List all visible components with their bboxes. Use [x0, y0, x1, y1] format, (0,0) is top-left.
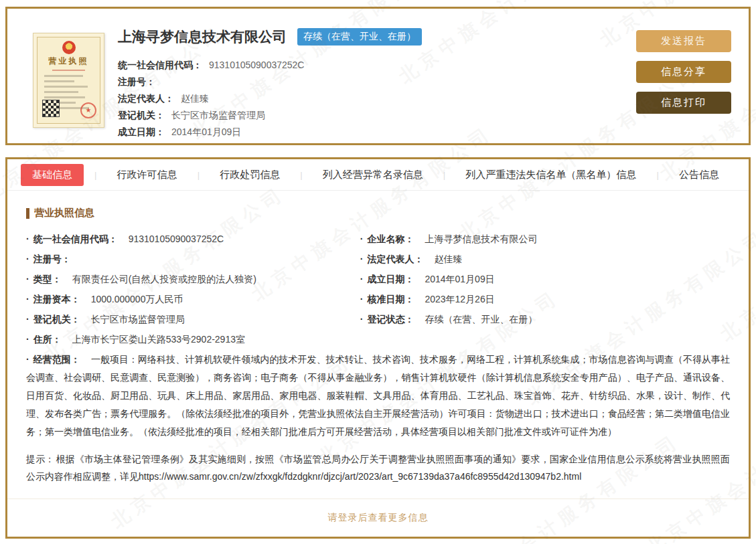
header-field-reg-authority: 登记机关：长宁区市场监督管理局 [118, 107, 422, 124]
license-red-line [52, 70, 85, 71]
card-footer: 请登录后查看更多信息 [7, 498, 749, 537]
business-license-image: ★ 营业执照 ★ [33, 33, 104, 128]
field-company-name: · 企业名称： 上海寻梦信息技术有限公司 [360, 229, 730, 249]
share-info-button[interactable]: 信息分享 [636, 61, 731, 83]
section-title-bar [26, 208, 29, 219]
detail-card: 基础信息 | 行政许可信息 | 行政处罚信息 | 列入经营异常名录信息 | 列入… [5, 157, 751, 539]
tab-announcements[interactable]: 公告信息 [670, 164, 729, 186]
tab-basic-info[interactable]: 基础信息 [21, 164, 84, 186]
field-credit-code: · 统一社会信用代码： 91310105090037252C [26, 229, 354, 249]
tab-separator: | [198, 170, 200, 180]
tab-bar: 基础信息 | 行政许可信息 | 行政处罚信息 | 列入经营异常名录信息 | 列入… [7, 159, 749, 191]
status-badge: 存续（在营、开业、在册） [297, 28, 422, 46]
company-name: 上海寻梦信息技术有限公司 [118, 27, 287, 46]
red-seal-icon: ★ [80, 102, 96, 118]
seal-star-glyph: ★ [86, 107, 92, 114]
qr-code [42, 100, 60, 117]
field-registration-status: · 登记状态： 存续（在营、开业、在册） [360, 309, 730, 329]
business-license-inner: ★ 营业执照 ★ [37, 37, 100, 124]
login-hint-link[interactable]: 请登录后查看更多信息 [328, 512, 429, 524]
tab-separator: | [443, 170, 445, 180]
company-header-card: ★ 营业执照 ★ 上海寻梦信息技术有限公司 存续（在营、开业、在册） 统一社会信… [5, 7, 751, 145]
header-field-legal-rep: 法定代表人：赵佳臻 [118, 90, 422, 107]
national-emblem-icon: ★ [62, 41, 76, 54]
tab-separator: | [656, 170, 658, 180]
tab-admin-penalty[interactable]: 行政处罚信息 [210, 164, 289, 186]
header-field-establish-date: 成立日期：2014年01月09日 [118, 124, 422, 141]
section-title-business-license: 营业执照信息 [26, 207, 730, 219]
field-business-scope: ·经营范围：一般项目：网络科技、计算机软硬件领域内的技术开发、技术转让、技术咨询… [26, 351, 730, 441]
field-company-type: · 类型： 有限责任公司(自然人投资或控股的法人独资) [26, 269, 354, 289]
field-approval-date: · 核准日期： 2023年12月26日 [360, 289, 730, 309]
tab-admin-license[interactable]: 行政许可信息 [108, 164, 187, 186]
print-info-button[interactable]: 信息打印 [636, 92, 731, 114]
field-reg-authority: · 登记机关： 长宁区市场监督管理局 [26, 309, 354, 329]
field-legal-rep: · 法定代表人： 赵佳臻 [360, 249, 730, 269]
company-summary: 上海寻梦信息技术有限公司 存续（在营、开业、在册） 统一社会信用代码：91310… [118, 27, 422, 130]
field-establish-date: · 成立日期： 2014年01月09日 [360, 269, 730, 289]
tab-separator: | [94, 170, 96, 180]
basic-info-panel: 营业执照信息 · 统一社会信用代码： 91310105090037252C · … [7, 191, 749, 485]
fields-right-column: · 企业名称： 上海寻梦信息技术有限公司 · 法定代表人： 赵佳臻 · 成立日期… [360, 229, 730, 349]
notice-text: 提示：根据《市场主体登记管理条例》及其实施细则，按照《市场监管总局办公厅关于调整… [26, 450, 730, 485]
emblem-star-glyph: ★ [66, 45, 71, 50]
license-title: 营业执照 [37, 56, 100, 67]
field-address: · 住所： 上海市长宁区娄山关路533号2902-2913室 [26, 329, 354, 349]
header-field-reg-number: 注册号： [118, 74, 422, 90]
field-reg-number: · 注册号： [26, 249, 354, 269]
tab-separator: | [300, 170, 302, 180]
header-field-credit-code: 统一社会信用代码：91310105090037252C [118, 57, 422, 74]
header-actions: 发送报告 信息分享 信息打印 [636, 27, 731, 130]
tab-abnormal-operations-list[interactable]: 列入经营异常名录信息 [313, 164, 433, 186]
fields-left-column: · 统一社会信用代码： 91310105090037252C · 注册号： · … [26, 229, 354, 349]
tab-blacklist[interactable]: 列入严重违法失信名单（黑名单）信息 [456, 164, 646, 186]
send-report-button[interactable]: 发送报告 [636, 30, 731, 52]
field-registered-capital: · 注册资本： 1000.000000万人民币 [26, 289, 354, 309]
